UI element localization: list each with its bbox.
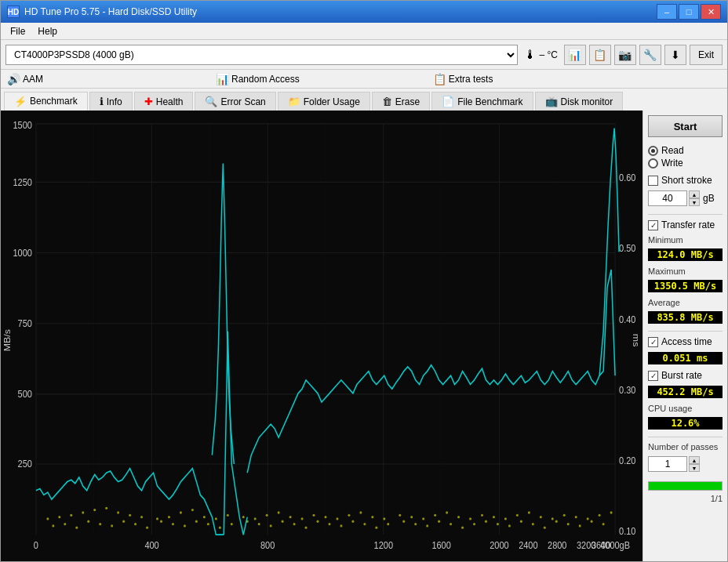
read-radio[interactable]: Read: [648, 145, 723, 156]
svg-point-86: [563, 514, 566, 517]
svg-point-90: [610, 511, 613, 513]
minimum-value: 124.0 MB/s: [648, 248, 723, 261]
svg-point-104: [207, 523, 209, 525]
tab-folder-label: Folder Usage: [304, 96, 360, 107]
section-aam[interactable]: 🔊 AAM: [7, 73, 43, 85]
section-random-access[interactable]: 📊 Random Access: [216, 73, 300, 85]
tab-error-scan[interactable]: 🔍 Error Scan: [195, 92, 275, 111]
tab-info[interactable]: ℹ Info: [89, 92, 133, 111]
write-radio[interactable]: Write: [648, 158, 723, 169]
passes-up[interactable]: ▲: [689, 456, 700, 464]
read-radio-circle: [648, 146, 658, 156]
svg-point-50: [129, 514, 131, 517]
svg-point-49: [117, 511, 119, 513]
svg-point-106: [231, 523, 233, 525]
svg-point-62: [278, 511, 280, 513]
aam-label: AAM: [23, 74, 43, 85]
average-label: Average: [648, 298, 723, 307]
passes-down[interactable]: ▼: [689, 464, 700, 472]
tab-benchmark[interactable]: ⚡ Benchmark: [4, 92, 88, 111]
tab-benchmark-label: Benchmark: [30, 96, 78, 107]
svg-point-60: [254, 517, 257, 520]
short-stroke-checkbox-row[interactable]: Short stroke: [648, 175, 723, 186]
passes-label: Number of passes: [648, 442, 723, 451]
svg-point-73: [410, 516, 413, 518]
toolbar-btn-2[interactable]: 📋: [589, 45, 611, 65]
svg-point-136: [591, 520, 593, 523]
short-stroke-label: Short stroke: [661, 175, 712, 186]
access-time-label: Access time: [661, 336, 712, 347]
short-stroke-down[interactable]: ▼: [689, 198, 700, 206]
toolbar-btn-5[interactable]: ⬇: [664, 45, 686, 65]
error-scan-icon: 🔍: [205, 96, 217, 107]
passes-input[interactable]: [648, 456, 687, 472]
toolbar-btn-3[interactable]: 📷: [614, 45, 636, 65]
tab-erase-label: Erase: [395, 96, 420, 107]
svg-point-75: [434, 514, 436, 517]
short-stroke-up[interactable]: ▲: [689, 190, 700, 198]
disk-select[interactable]: CT4000P3PSSD8 (4000 gB): [5, 45, 518, 65]
svg-text:1000: 1000: [13, 247, 33, 258]
close-button[interactable]: ✕: [701, 4, 721, 20]
help-menu[interactable]: Help: [31, 24, 64, 38]
tabs-bar: ⚡ Benchmark ℹ Info ✚ Health 🔍 Error Scan…: [1, 89, 727, 111]
section-extra-tests[interactable]: 📋 Extra tests: [433, 73, 493, 85]
svg-point-113: [317, 520, 319, 523]
section-tab-bar: 🔊 AAM 📊 Random Access 📋 Extra tests: [1, 70, 727, 89]
minimize-button[interactable]: –: [657, 4, 677, 20]
exit-button[interactable]: Exit: [690, 45, 723, 65]
burst-rate-checkbox-row[interactable]: ✓ Burst rate: [648, 370, 723, 381]
start-button[interactable]: Start: [648, 115, 723, 137]
svg-point-82: [516, 514, 519, 517]
tab-health[interactable]: ✚ Health: [134, 92, 194, 111]
svg-point-101: [172, 523, 174, 525]
access-time-value: 0.051 ms: [648, 352, 723, 364]
svg-point-92: [64, 523, 66, 525]
svg-text:2400: 2400: [519, 540, 538, 551]
toolbar: CT4000P3PSSD8 (4000 gB) 🌡 – °C 📊 📋 📷 🔧 ⬇…: [1, 40, 727, 70]
health-icon: ✚: [144, 96, 153, 107]
svg-point-100: [160, 520, 162, 523]
svg-point-126: [473, 523, 475, 525]
svg-point-120: [402, 520, 405, 523]
tab-disk-monitor[interactable]: 📺 Disk monitor: [535, 92, 624, 111]
window-controls: – □ ✕: [657, 4, 721, 20]
toolbar-btn-1[interactable]: 📊: [564, 45, 586, 65]
svg-point-119: [387, 523, 389, 525]
svg-point-110: [282, 520, 284, 523]
svg-text:ms: ms: [632, 334, 641, 347]
svg-point-59: [242, 516, 245, 518]
window-title: HD Tune Pro 5.75 - Hard Disk/SSD Utility: [24, 6, 657, 17]
tab-file-benchmark[interactable]: 📄 File Benchmark: [431, 92, 533, 111]
svg-point-83: [528, 511, 530, 513]
sidebar: Start Read Write Short stroke ▲: [642, 111, 727, 561]
transfer-rate-checkbox-row[interactable]: ✓ Transfer rate: [648, 219, 723, 230]
file-menu[interactable]: File: [4, 24, 31, 38]
svg-point-112: [305, 526, 308, 528]
aam-icon: 🔊: [7, 73, 20, 85]
tab-erase[interactable]: 🗑 Erase: [372, 92, 430, 111]
svg-point-63: [289, 516, 292, 518]
svg-point-99: [146, 526, 148, 528]
svg-point-137: [602, 523, 605, 525]
extra-tests-label: Extra tests: [449, 74, 493, 85]
tab-file-benchmark-label: File Benchmark: [457, 96, 522, 107]
divider-1: [648, 214, 723, 215]
read-write-group: Read Write: [648, 145, 723, 169]
minimum-label: Minimum: [648, 235, 723, 245]
short-stroke-input[interactable]: [648, 190, 687, 206]
svg-text:250: 250: [18, 459, 33, 470]
maximize-button[interactable]: □: [679, 4, 699, 20]
toolbar-btn-4[interactable]: 🔧: [639, 45, 661, 65]
menu-bar: File Help: [1, 23, 727, 40]
tab-info-label: Info: [107, 96, 122, 107]
access-time-checkbox-row[interactable]: ✓ Access time: [648, 336, 723, 347]
svg-text:1200: 1200: [374, 540, 394, 551]
svg-point-55: [191, 509, 194, 511]
svg-point-81: [504, 517, 507, 520]
svg-point-53: [168, 516, 170, 518]
tab-health-label: Health: [156, 96, 184, 107]
svg-point-89: [599, 514, 601, 517]
tab-folder-usage[interactable]: 📁 Folder Usage: [278, 92, 370, 111]
svg-point-48: [105, 507, 107, 509]
